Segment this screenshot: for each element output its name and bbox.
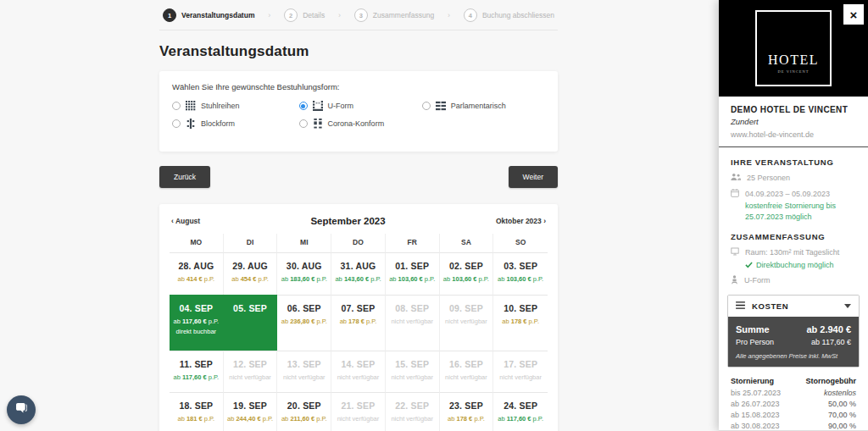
calendar-day[interactable]: 28. AUGab 414 € p.P. [170, 252, 224, 295]
kosten-title: KOSTEN [752, 301, 788, 311]
event-people-row: 25 Personen [731, 173, 856, 183]
day-date: 02. SEP [442, 261, 492, 271]
calendar-day[interactable]: 06. SEPab 236,80 € p.P. [277, 295, 331, 351]
chevron-right-icon: › [268, 11, 270, 19]
cancellation-row: ab 30.08.202390,00 % [731, 422, 856, 430]
step-buchung-abschliessen[interactable]: 4 Buchung abschliessen [464, 8, 554, 22]
calendar-header: ‹ August September 2023 Oktober 2023 › [170, 213, 548, 234]
day-unavailable-label: nicht verfügbar [225, 373, 275, 381]
day-date: 09. SEP [442, 303, 492, 313]
step-label: Zusammenfassung [373, 11, 434, 19]
wizard-nav: Zurück Weiter [159, 166, 558, 188]
day-date: 08. SEP [387, 303, 437, 313]
rows-grid-icon [186, 101, 196, 111]
seating-option-label: Corona-Konform [328, 119, 385, 128]
radio-button[interactable] [172, 119, 181, 128]
day-date: 22. SEP [387, 401, 437, 411]
calendar-day: 17. SEPnicht verfügbar [493, 351, 548, 392]
chat-widget-button[interactable] [7, 395, 36, 424]
calendar-next-month-button[interactable]: Oktober 2023 › [496, 217, 546, 225]
cancellation-fee: 70,00 % [828, 411, 856, 419]
seating-option-label: Blockform [201, 119, 235, 128]
calendar-day[interactable]: 20. SEPab 211,60 € p.P. [277, 392, 331, 431]
calendar-day: 09. SEPnicht verfügbar [440, 295, 494, 351]
calendar-day[interactable]: 02. SEPab 103,60 € p.P. [440, 252, 494, 295]
seating-option-stuhlreihen[interactable]: Stuhlreihen [172, 101, 299, 111]
day-date: 24. SEP [495, 401, 546, 411]
calendar-day[interactable]: 23. SEPab 178 € p.P. [440, 392, 494, 431]
radio-button[interactable] [172, 102, 181, 110]
day-date: 06. SEP [279, 303, 329, 313]
calendar-icon [731, 189, 739, 197]
cancellation-rows: bis 25.07.2023kostenlosab 26.07.202350,0… [731, 389, 856, 430]
direct-booking-row: Direktbuchung möglich [745, 261, 856, 269]
hotel-sidebar: HOTEL DE VINCENT × DEMO HOTEL DE VINCENT… [719, 0, 868, 431]
chevron-right-icon: › [448, 11, 450, 19]
radio-button[interactable] [422, 102, 431, 110]
calendar-day[interactable]: 04. SEPab 117,60 € p.P.direkt buchbar [170, 295, 224, 351]
cancellation-row: ab 15.08.202370,00 % [731, 411, 856, 419]
kosten-dropdown-toggle[interactable]: KOSTEN [728, 296, 859, 317]
day-unavailable-label: nicht verfügbar [333, 415, 383, 423]
caret-down-icon [844, 304, 851, 308]
calendar-day[interactable]: 03. SEPab 103,60 € p.P. [493, 252, 548, 295]
event-people: 25 Personen [747, 173, 790, 183]
chevron-right-icon: › [338, 11, 341, 19]
menu-icon [736, 301, 745, 311]
radio-button[interactable] [299, 119, 308, 128]
seating-option-label: U-Form [328, 102, 354, 110]
free-cancellation-note: kostenfreie Stornierung bis 25.07.2023 m… [745, 201, 855, 222]
day-unavailable-label: nicht verfügbar [442, 318, 492, 325]
summary-seating: U-Form [744, 275, 771, 285]
seating-option-blockform[interactable]: Blockform [172, 119, 299, 129]
step-zusammenfassung[interactable]: 3 Zusammenfassung [354, 8, 434, 22]
close-sidebar-button[interactable]: × [843, 4, 864, 25]
day-date: 15. SEP [387, 359, 437, 369]
hotel-logo-text: HOTEL [768, 52, 819, 68]
calendar-day[interactable]: 18. SEPab 181 € p.P. [170, 392, 224, 431]
summary-room: Raum: 130m² mit Tageslicht [745, 247, 839, 257]
seating-option-corona-konform[interactable]: Corona-Konform [299, 119, 422, 129]
day-date: 16. SEP [442, 359, 492, 369]
hotel-logo-subtext: DE VINCENT [778, 69, 810, 74]
day-header-sa: SA [440, 234, 494, 252]
calendar-day[interactable]: 30. AUGab 183,60 € p.P. [277, 252, 331, 295]
seating-option-u-form[interactable]: U-Form [299, 101, 422, 111]
block-icon [186, 119, 196, 129]
calendar-day[interactable]: 07. SEPab 178 € p.P. [331, 295, 386, 351]
calendar-day[interactable]: 29. AUGab 454 € p.P. [224, 252, 278, 295]
step-details[interactable]: 2 Details [284, 8, 325, 22]
cancellation-date: ab 26.07.2023 [731, 400, 780, 408]
cancellation-date: bis 25.07.2023 [731, 389, 781, 397]
kosten-panel: KOSTEN Summe ab 2.940 € Pro Person ab 11… [727, 295, 860, 367]
back-button[interactable]: Zurück [159, 166, 210, 188]
cancellation-fee: 50,00 % [828, 400, 856, 408]
seating-form-card: Wählen Sie Ihre gewünschte Bestuhlungsfo… [159, 71, 558, 152]
day-unavailable-label: nicht verfügbar [387, 415, 437, 423]
cancellation-col2: Stornogebühr [806, 377, 857, 385]
calendar-day[interactable]: 24. SEPab 117,60 € p.P. [493, 392, 548, 431]
calendar-day[interactable]: 05. SEP [224, 295, 278, 351]
calendar-prev-month-button[interactable]: ‹ August [171, 217, 200, 225]
event-section-title: IHRE VERANSTALTUNG [731, 157, 856, 167]
radio-button[interactable] [299, 102, 308, 110]
step-veranstaltungsdatum[interactable]: 1 Veranstaltungsdatum [163, 8, 254, 22]
calendar-day[interactable]: 01. SEPab 103,60 € p.P. [386, 252, 440, 295]
day-header-do: DO [331, 234, 386, 252]
hotel-logo-banner: HOTEL DE VINCENT × [719, 0, 868, 97]
day-price: ab 183,60 € p.P. [279, 275, 329, 285]
calendar-day[interactable]: 11. SEPab 117,60 € p.P. [170, 351, 224, 392]
day-price: ab 103,60 € p.P. [387, 275, 437, 285]
calendar-day: 16. SEPnicht verfügbar [440, 351, 494, 392]
calendar-day[interactable]: 10. SEPab 178 € p.P. [493, 295, 548, 351]
next-button[interactable]: Weiter [509, 166, 558, 188]
calendar-day[interactable]: 31. AUGab 143,60 € p.P. [331, 252, 386, 295]
hotel-website-link[interactable]: www.hotel-de-vincent.de [731, 130, 856, 139]
seating-person-icon [731, 275, 738, 285]
summary-section-title: ZUSAMMENFASSUNG [731, 232, 856, 241]
calendar-day[interactable]: 19. SEPab 244,40 € p.P. [224, 392, 278, 431]
day-unavailable-label: nicht verfügbar [387, 318, 437, 325]
seating-option-parlamentarisch[interactable]: Parlamentarisch [422, 101, 545, 111]
seating-option-label: Parlamentarisch [451, 102, 506, 110]
day-price: ab 103,60 € p.P. [442, 275, 492, 285]
